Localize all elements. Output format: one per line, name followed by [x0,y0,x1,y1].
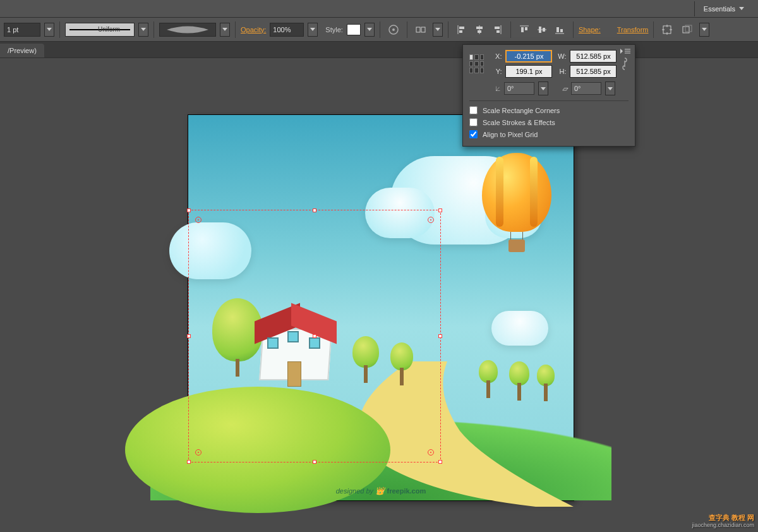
illustration-tree [352,336,379,383]
align-vcenter-icon[interactable] [534,21,550,38]
svg-rect-18 [543,28,545,32]
align-pixel-grid-checkbox[interactable]: Align to Pixel Grid [469,130,629,138]
svg-rect-15 [525,27,527,30]
svg-rect-14 [521,27,524,32]
align-right-icon[interactable] [489,21,505,38]
reference-point-selector[interactable] [469,54,484,73]
illustration-tree [537,365,555,401]
height-input[interactable] [570,65,617,78]
stroke-profile-dropdown[interactable] [138,23,148,37]
opacity-dropdown[interactable] [308,23,318,37]
graphic-style-swatch[interactable] [347,24,361,35]
rotate-input[interactable] [504,82,534,95]
svg-rect-21 [560,29,563,32]
svg-point-1 [392,28,395,31]
width-input[interactable] [570,50,617,63]
illustration-tree [509,361,529,401]
control-bar: Uniform Opacity: Style: Shape: Transform [0,18,758,42]
shear-icon: ▱ [562,85,567,93]
workspace-label: Essentials [704,5,735,13]
svg-rect-20 [556,27,559,32]
align-left-icon[interactable] [454,21,470,38]
recolor-artwork-icon[interactable] [385,21,402,38]
opacity-input[interactable] [270,23,304,37]
x-label: X: [491,52,502,60]
constrain-proportions-icon[interactable] [620,56,629,72]
svg-rect-11 [495,27,500,29]
illustration-balloon [482,153,551,254]
scale-strokes-checkbox[interactable]: Scale Strokes & Effects [469,118,629,126]
app-menubar: Essentials [0,0,758,18]
y-input[interactable] [505,65,552,78]
align-bottom-icon[interactable] [551,21,568,38]
stroke-weight-dropdown[interactable] [44,23,54,37]
x-input[interactable] [505,50,552,63]
edit-clip-icon[interactable] [679,21,695,38]
rotate-icon: ⟀ [496,85,500,92]
align-pixel-check[interactable] [469,130,478,138]
canvas-area[interactable]: designed by 👑 freepik.com [0,58,758,532]
stroke-profile-label: Uniform [98,26,120,33]
edit-clip-dropdown[interactable] [699,23,709,37]
scale-corners-checkbox[interactable]: Scale Rectangle Corners [469,106,629,114]
transform-panel: X: W: Y: H: ⟀ ▱ Scale Rectangle Corne [462,44,635,147]
svg-rect-5 [459,27,464,29]
opacity-label[interactable]: Opacity: [241,26,266,33]
workspace-switcher[interactable]: Essentials [694,1,755,16]
isolate-icon[interactable] [659,21,675,38]
illustration-cloud [491,311,548,346]
stroke-profile-picker[interactable]: Uniform [65,23,135,37]
svg-rect-8 [476,27,483,29]
svg-rect-17 [539,27,541,33]
illustration-house [248,298,343,387]
shear-dropdown[interactable] [605,82,615,95]
scale-strokes-check[interactable] [469,118,478,126]
document-tab-bar: /Preview) [0,42,758,58]
align-to-dropdown[interactable] [433,23,443,37]
transform-label[interactable]: Transform [617,26,649,33]
svg-rect-9 [478,30,481,33]
shape-label[interactable]: Shape: [579,26,601,33]
rotate-dropdown[interactable] [538,82,548,95]
scale-corners-check[interactable] [469,106,478,114]
h-label: H: [556,68,566,75]
align-to-selection-icon[interactable] [412,21,429,38]
document-tab[interactable]: /Preview) [0,44,44,57]
illustration-cloud [169,222,251,279]
shear-input[interactable] [571,82,601,95]
brush-definition-dropdown[interactable] [220,23,230,37]
panel-flyout-menu-icon[interactable] [620,47,631,55]
watermark: 查字典 教程 网 jiaocheng.chazidian.com [692,513,754,529]
align-hcenter-icon[interactable] [471,21,488,38]
svg-rect-6 [459,30,462,33]
illustration-tree [390,342,413,385]
svg-rect-3 [421,27,425,32]
illustration-tree [479,360,498,398]
align-top-icon[interactable] [516,21,532,38]
stroke-weight-input[interactable] [4,23,40,37]
svg-rect-12 [496,30,500,33]
graphic-style-dropdown[interactable] [364,23,375,37]
document-tab-label: /Preview) [8,47,37,54]
brush-definition-picker[interactable] [159,23,216,37]
style-label: Style: [325,26,343,33]
artboard[interactable]: designed by 👑 freepik.com [188,115,574,500]
y-label: Y: [491,68,502,75]
w-label: W: [556,52,566,60]
artboard-credit: designed by 👑 freepik.com [188,487,574,495]
svg-rect-2 [416,27,420,32]
